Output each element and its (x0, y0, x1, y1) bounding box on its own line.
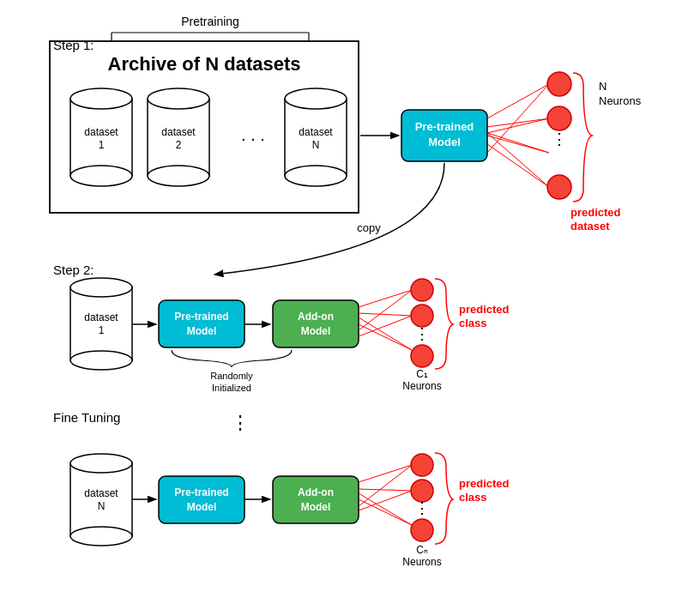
addon-label-ft: Add-on (298, 486, 334, 498)
dataset2-label: dataset (161, 126, 196, 138)
svg-point-11 (148, 88, 209, 109)
svg-line-40 (359, 316, 412, 336)
svg-text:N: N (98, 500, 106, 512)
svg-line-26 (487, 133, 549, 187)
n-neurons-label: N (599, 80, 607, 93)
cylinder-dataset2: dataset 2 (148, 88, 209, 186)
svg-point-15 (285, 88, 347, 109)
s2-dataset1-label: dataset (84, 311, 118, 323)
svg-text:1: 1 (99, 324, 105, 336)
svg-point-30 (70, 278, 132, 297)
svg-point-46 (70, 527, 132, 546)
pretrained-model-box-ft (159, 476, 244, 523)
neuron-dots-s1: ⋮ (552, 130, 567, 148)
vertical-dots: ⋮ (231, 412, 250, 433)
svg-text:Model: Model (187, 501, 217, 513)
svg-point-16 (285, 166, 347, 186)
pretrained-label-s2: Pre-trained (174, 311, 228, 323)
ft-datasetN-label: dataset (84, 487, 118, 499)
neuron-s2-2 (411, 305, 433, 327)
svg-text:Initialized: Initialized (212, 383, 251, 393)
svg-line-39 (359, 290, 412, 330)
svg-line-41 (359, 317, 412, 350)
svg-text:Model: Model (301, 501, 331, 513)
step2-label: Step 2: (53, 263, 94, 277)
cylinder-datasetN: dataset N (285, 88, 347, 186)
datasetN-label: dataset (299, 126, 333, 138)
step1-label: Step 1: (53, 38, 94, 52)
neuron-s2-3 (411, 345, 433, 367)
svg-point-8 (70, 166, 132, 186)
svg-point-12 (148, 166, 209, 186)
svg-text:1: 1 (99, 139, 105, 151)
brace-ft (435, 453, 453, 544)
svg-text:Model: Model (187, 325, 217, 337)
neuron-s2-1 (411, 279, 433, 301)
predicted-class-ft-label: predicted (459, 477, 510, 490)
svg-text:Model: Model (428, 136, 461, 148)
svg-text:2: 2 (176, 139, 182, 151)
fine-tuning-label: Fine Tuning (53, 410, 120, 425)
pretrained-model-label-step1: Pre-trained (415, 120, 474, 133)
svg-line-50 (359, 465, 412, 482)
svg-text:Neurons: Neurons (402, 556, 441, 568)
neuron-s1-2 (547, 106, 571, 130)
svg-line-51 (359, 489, 412, 491)
randomly-init-label: Randomly (210, 371, 253, 381)
dataset1-label: dataset (84, 126, 118, 138)
svg-line-37 (359, 313, 412, 316)
brace-s2 (435, 279, 453, 369)
pretrained-label-ft: Pre-trained (174, 486, 228, 498)
predicted-class-s2-label: predicted (459, 303, 510, 316)
svg-line-38 (359, 324, 412, 350)
svg-line-54 (359, 491, 412, 510)
predicted-dataset-label: predicted (570, 206, 621, 219)
svg-line-53 (359, 465, 412, 506)
svg-line-19 (487, 84, 549, 118)
svg-point-45 (70, 454, 132, 473)
addon-model-box-ft (273, 476, 359, 523)
horizontal-dots-step1: · · · (241, 129, 265, 148)
svg-line-52 (359, 499, 412, 525)
randomly-init-brace (172, 350, 292, 367)
cylinder-s2-dataset1: dataset 1 (70, 278, 132, 370)
cylinder-dataset1: dataset 1 (70, 88, 132, 186)
svg-text:N: N (312, 139, 320, 151)
cylinder-ft-datasetN: dataset N (70, 454, 132, 546)
c1-label: C₁ (416, 368, 428, 380)
neuron-s1-1 (547, 72, 571, 96)
svg-line-36 (359, 290, 412, 307)
brace-s1 (573, 73, 592, 202)
diagram: Step 1: Pretraining Archive of N dataset… (0, 0, 688, 616)
neuron-ft-3 (411, 519, 433, 541)
addon-label-s2: Add-on (298, 311, 334, 323)
svg-point-31 (70, 351, 132, 370)
svg-text:Neurons: Neurons (402, 380, 441, 392)
pretrained-model-box-step2 (159, 300, 244, 347)
pretraining-label: Pretraining (181, 15, 239, 28)
svg-text:dataset: dataset (570, 220, 610, 233)
svg-text:class: class (459, 317, 487, 329)
svg-text:Neurons: Neurons (599, 94, 642, 107)
svg-line-55 (359, 493, 412, 525)
neuron-ft-1 (411, 454, 433, 476)
cn-label: Cₙ (416, 544, 428, 556)
svg-point-7 (70, 88, 132, 109)
neuron-dots-s2: ⋮ (414, 325, 430, 342)
neuron-dots-ft: ⋮ (414, 499, 430, 516)
addon-model-box-step2 (273, 300, 359, 347)
archive-label: Archive of N datasets (108, 53, 301, 75)
svg-text:Model: Model (301, 325, 331, 337)
svg-text:class: class (459, 491, 487, 504)
copy-label: copy (357, 221, 381, 234)
neuron-s1-4 (547, 175, 571, 199)
